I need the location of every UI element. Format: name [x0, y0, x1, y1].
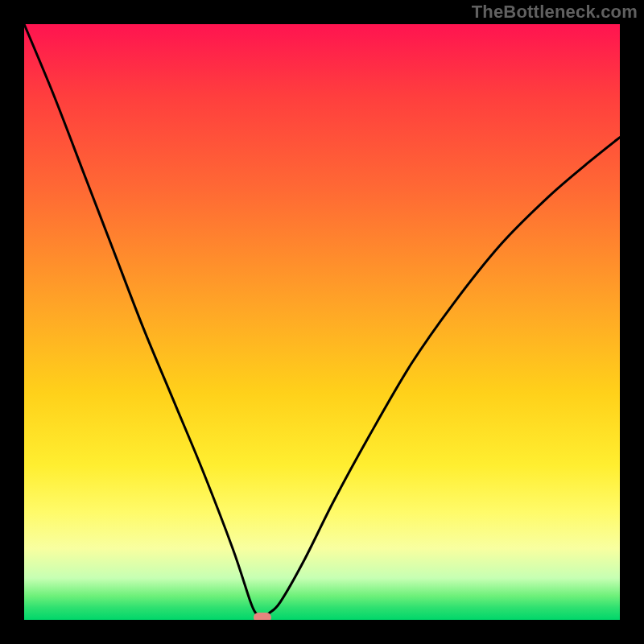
watermark-text: TheBottleneck.com — [472, 2, 638, 23]
curve-path — [24, 24, 620, 620]
optimal-marker — [254, 613, 271, 620]
chart-frame: TheBottleneck.com — [0, 0, 644, 644]
plot-area — [24, 24, 620, 620]
bottleneck-curve — [24, 24, 620, 620]
